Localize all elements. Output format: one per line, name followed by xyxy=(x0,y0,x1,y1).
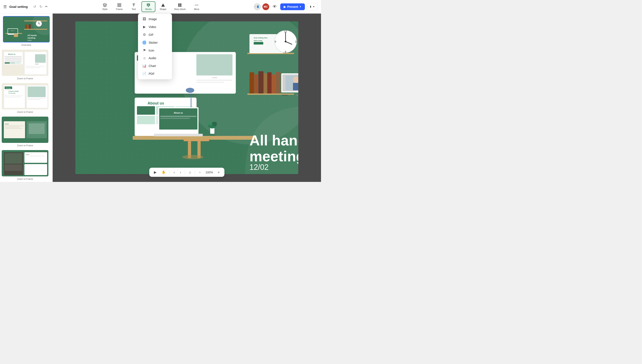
chart-label: Chart xyxy=(149,64,156,68)
slide-item-2[interactable]: Strategy Company strategy for next year … xyxy=(2,83,48,113)
slide-item-3[interactable]: Subtitle Zoom to Frame xyxy=(2,116,48,147)
next-slide-button[interactable]: › xyxy=(178,169,183,176)
prev-slide-button[interactable]: ‹ xyxy=(171,169,177,176)
svg-text:Goal setting time: Goal setting time xyxy=(254,37,268,39)
main-canvas-svg: Strategy Company strategy for next year … xyxy=(75,22,298,174)
svg-text:Subtitle: Subtitle xyxy=(5,124,9,125)
svg-text:Subtitle: Subtitle xyxy=(35,64,39,65)
svg-text:Strategy: Strategy xyxy=(6,87,11,88)
redo-button[interactable]: ↻ xyxy=(38,4,44,10)
slide-thumb-3: Subtitle xyxy=(2,116,48,143)
style-tool[interactable]: Style xyxy=(98,2,112,12)
slide-label-2: Zoom to Frame xyxy=(17,111,33,113)
svg-rect-8 xyxy=(178,5,180,7)
zoom-in-button[interactable]: + xyxy=(216,169,222,176)
thumb-svg-0: About us All hands meeting 12/02 xyxy=(4,16,49,42)
thumb-svg-2: Strategy Company strategy for next year xyxy=(2,84,48,110)
storyblock-tool[interactable]: Story block xyxy=(171,2,189,12)
svg-point-12 xyxy=(198,5,198,5)
svg-rect-3 xyxy=(118,6,119,7)
image-icon: 🖼 xyxy=(142,17,146,21)
hand-nav-button[interactable]: ✋ xyxy=(159,169,168,176)
more-icon xyxy=(194,3,199,7)
svg-rect-56 xyxy=(28,86,46,97)
media-tool[interactable]: Media xyxy=(141,1,155,12)
text-icon xyxy=(132,3,136,7)
slide-item-overview[interactable]: About us All hands meeting 12/02 Overvie… xyxy=(2,16,51,46)
slide-thumb-4: Content xyxy=(2,150,48,176)
preview-button[interactable]: 👁 xyxy=(271,4,279,10)
shape-label: Shape xyxy=(160,8,166,10)
dropdown-video[interactable]: ▶ Video xyxy=(139,23,171,31)
zoom-out-button[interactable]: − xyxy=(196,169,203,176)
toolbar: ☰ Goal setting ↺ ↻ ☁ Style Frame T xyxy=(0,0,321,14)
sidebar: About us All hands meeting 12/02 Overvie… xyxy=(0,14,53,182)
zoom-level: 100% xyxy=(204,171,215,174)
svg-text:Content: Content xyxy=(282,94,288,96)
dropdown-gif[interactable]: ⚙ GIF xyxy=(139,31,171,38)
slide-item-1[interactable]: About us Subtitle xyxy=(2,50,48,80)
svg-rect-139 xyxy=(267,72,272,94)
toolbar-left: ☰ Goal setting ↺ ↻ ☁ xyxy=(4,4,48,10)
storyblock-label: Story block xyxy=(174,8,185,10)
style-icon xyxy=(103,3,107,7)
slide-label-1: Zoom to Frame xyxy=(17,77,33,80)
svg-rect-57 xyxy=(28,98,46,98)
dropdown-image[interactable]: 🖼 Image xyxy=(139,15,171,23)
gif-icon: ⚙ xyxy=(142,33,146,37)
svg-text:Contribution: Contribution xyxy=(296,94,298,96)
dropdown-sticker[interactable]: 🌀 Sticker xyxy=(139,38,171,46)
svg-rect-62 xyxy=(5,126,24,126)
more-tool[interactable]: More xyxy=(190,2,203,12)
dropdown-icon[interactable]: ⚑ Icon xyxy=(139,46,171,54)
bottom-nav: ▶ ✋ ‹ › ⌂ − 100% + xyxy=(149,168,225,177)
svg-point-10 xyxy=(195,5,196,5)
dropdown-audio[interactable]: ♫ Audio xyxy=(139,54,171,62)
svg-rect-136 xyxy=(254,74,258,94)
svg-point-102 xyxy=(186,88,194,93)
text-tool[interactable]: Text xyxy=(127,2,141,12)
pdf-icon: 📄 xyxy=(142,72,146,76)
svg-rect-16 xyxy=(24,29,47,30)
play-nav-button[interactable]: ▶ xyxy=(152,169,159,176)
svg-text:Content: Content xyxy=(26,154,29,155)
svg-rect-114 xyxy=(154,134,203,136)
present-button[interactable]: ▶ Present ▼ xyxy=(280,4,305,10)
home-button[interactable]: ⌂ xyxy=(187,169,193,176)
shape-tool[interactable]: Shape xyxy=(156,2,170,12)
audio-label: Audio xyxy=(149,56,156,60)
svg-text:About us: About us xyxy=(11,30,14,31)
nav-separator-3 xyxy=(195,170,195,175)
svg-rect-0 xyxy=(118,4,119,5)
video-icon: ▶ xyxy=(142,25,146,29)
svg-rect-28 xyxy=(14,34,18,37)
svg-rect-70 xyxy=(5,164,22,171)
slide-canvas: Strategy Company strategy for next year … xyxy=(75,22,298,174)
svg-text:meeting: meeting xyxy=(250,148,298,164)
svg-rect-39 xyxy=(10,62,15,64)
svg-text:6: 6 xyxy=(285,50,286,54)
icon-label: Icon xyxy=(149,49,154,52)
slide-wrapper-4: 4 Content Zoom t xyxy=(2,150,51,180)
slide-wrapper-3: 3 Subtitle Zoom to Frame xyxy=(2,116,51,147)
add-collaborator-icon[interactable]: +👤 xyxy=(254,4,261,10)
slide-thumb-1: About us Subtitle xyxy=(2,50,48,76)
dropdown-pdf[interactable]: 📄 PDF xyxy=(139,70,171,78)
svg-text:Company strategy: Company strategy xyxy=(9,90,19,92)
slide-item-4[interactable]: Content Zoom to Frame xyxy=(2,150,48,180)
export-button[interactable]: ⬆ ▼ xyxy=(307,3,318,10)
frame-tool[interactable]: Frame xyxy=(113,2,126,12)
play-icon: ▶ xyxy=(284,5,286,8)
svg-rect-54 xyxy=(5,97,20,98)
menu-icon[interactable]: ☰ xyxy=(4,4,7,9)
svg-rect-35 xyxy=(5,56,22,58)
svg-rect-17 xyxy=(25,24,27,29)
shape-icon xyxy=(161,3,165,7)
svg-rect-72 xyxy=(25,164,47,175)
dropdown-chart[interactable]: 📊 Chart xyxy=(139,62,171,70)
slide-thumb-2: Strategy Company strategy for next year xyxy=(2,83,48,110)
svg-rect-66 xyxy=(29,124,45,134)
svg-text:About us: About us xyxy=(174,112,183,114)
nav-separator-1 xyxy=(170,170,170,175)
undo-button[interactable]: ↺ xyxy=(32,4,37,10)
